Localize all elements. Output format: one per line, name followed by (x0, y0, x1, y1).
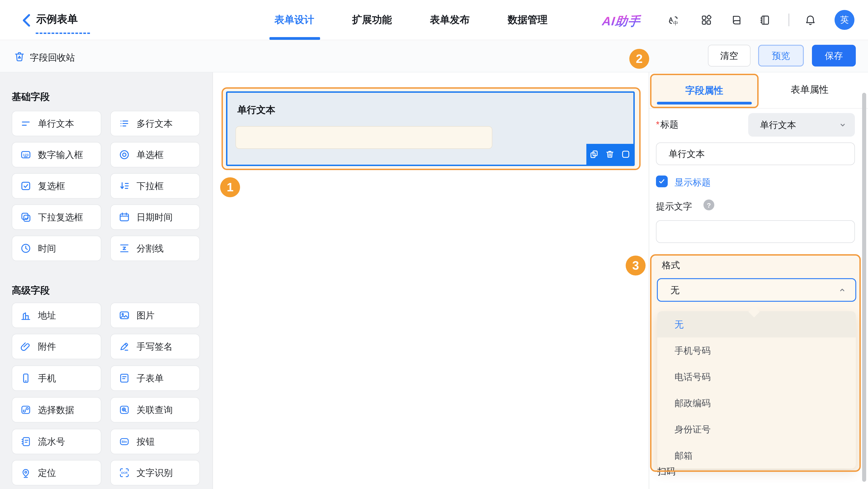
field-item-label: 按钮 (136, 435, 155, 448)
apps-grid-icon[interactable] (700, 14, 712, 26)
help-icon[interactable]: ? (704, 200, 714, 210)
format-option-none[interactable]: 无 (657, 311, 856, 338)
title-type-select[interactable]: 单行文本 (748, 113, 855, 137)
phone-icon (20, 372, 32, 384)
delete-field-icon[interactable] (605, 149, 615, 159)
selected-field-title: 单行文本 (237, 104, 275, 116)
tab-field-properties[interactable]: 字段属性 (650, 74, 758, 108)
chevron-up-icon (837, 285, 847, 295)
svg-text:123: 123 (23, 153, 29, 157)
user-avatar[interactable]: 英 (835, 10, 855, 30)
field-item-datetime[interactable]: 日期时间 (110, 204, 200, 230)
field-item-checkbox[interactable]: 复选框 (12, 173, 101, 199)
field-item-location[interactable]: 定位 (12, 460, 101, 485)
field-item-label: 多行文本 (136, 117, 173, 130)
field-item-label: 手写签名 (136, 340, 173, 353)
field-item-multi-line-text[interactable]: 多行文本 (110, 111, 200, 136)
form-designer-app: 示例表单 表单设计 扩展功能 表单发布 数据管理 AI助手 A 中 (0, 0, 868, 489)
attachment-icon (20, 341, 32, 352)
field-item-phone[interactable]: 手机 (12, 366, 101, 391)
field-item-label: 日期时间 (136, 211, 173, 223)
signature-icon (119, 341, 130, 352)
selected-field-input[interactable] (236, 126, 492, 149)
show-title-checkbox[interactable] (656, 175, 668, 187)
field-item-serial-number[interactable]: 流水号 (12, 429, 101, 454)
recycle-bin-label[interactable]: 字段回收站 (30, 52, 75, 64)
tab-form-publish[interactable]: 表单发布 (430, 13, 470, 27)
form-title[interactable]: 示例表单 (36, 12, 78, 26)
field-item-label: 手机 (38, 372, 56, 384)
field-item-label: 文字识别 (136, 467, 173, 479)
field-item-multi-dropdown[interactable]: 下拉复选框 (12, 204, 101, 230)
tab-extensions[interactable]: 扩展功能 (352, 13, 392, 27)
field-item-ocr[interactable]: OCR 文字识别 (110, 460, 200, 485)
copy-field-icon[interactable] (589, 149, 599, 159)
subform-icon (119, 372, 130, 384)
active-panel-tab-indicator (657, 102, 752, 105)
format-option-postcode[interactable]: 邮政编码 (657, 390, 856, 416)
hint-text-label: 提示文字 (656, 200, 692, 212)
clear-button[interactable]: 清空 (708, 45, 750, 66)
field-item-radio[interactable]: 单选框 (110, 142, 200, 167)
selected-field-single-line-text[interactable]: 单行文本 (226, 91, 635, 166)
save-button[interactable]: 保存 (812, 45, 856, 66)
dropdown-icon (119, 180, 130, 192)
field-item-label: 附件 (38, 340, 56, 353)
field-item-address[interactable]: 地址 (12, 303, 101, 328)
field-item-label: 子表单 (136, 372, 164, 384)
back-icon[interactable] (21, 13, 33, 27)
tab-form-design[interactable]: 表单设计 (274, 13, 314, 27)
annotation-badge-2: 2 (629, 49, 649, 69)
tab-data-management[interactable]: 数据管理 (508, 13, 548, 27)
field-item-single-line-text[interactable]: 单行文本 (12, 111, 101, 136)
title-value-text: 单行文本 (669, 148, 705, 160)
docs-book-icon[interactable] (731, 14, 743, 26)
format-option-mobile[interactable]: 手机号码 (657, 338, 856, 364)
serial-number-icon (20, 436, 32, 448)
field-item-time[interactable]: 时间 (12, 236, 101, 261)
annotation-badge-3: 3 (626, 256, 646, 276)
manual-notebook-icon[interactable] (758, 14, 771, 26)
field-item-attachment[interactable]: 附件 (12, 334, 101, 359)
translate-icon[interactable]: A 中 (667, 14, 680, 26)
field-item-label: 时间 (38, 242, 56, 255)
field-item-label: 单行文本 (38, 117, 74, 130)
field-item-subform[interactable]: 子表单 (110, 366, 200, 391)
scan-code-label: 扫码 (657, 465, 675, 478)
preview-button[interactable]: 预览 (758, 45, 804, 66)
format-option-email[interactable]: 邮箱 (657, 442, 856, 469)
format-select[interactable]: 无 (657, 278, 856, 302)
app-header: 示例表单 表单设计 扩展功能 表单发布 数据管理 AI助手 A 中 (0, 0, 868, 40)
time-icon (20, 242, 32, 254)
field-item-select-data[interactable]: 选择数据 (12, 397, 101, 423)
checkbox-icon (20, 180, 32, 192)
field-item-image[interactable]: 图片 (110, 303, 200, 328)
notification-bell-icon[interactable] (804, 14, 816, 26)
panel-scrollbar[interactable] (862, 93, 866, 482)
field-item-label: 复选框 (38, 180, 65, 192)
number-input-icon: 123 (20, 149, 32, 161)
field-item-dropdown[interactable]: 下拉框 (110, 173, 200, 199)
field-item-button[interactable]: Btn 按钮 (110, 429, 200, 454)
title-value-input[interactable]: 单行文本 (656, 143, 855, 165)
button-icon: Btn (119, 436, 130, 448)
field-item-number-input[interactable]: 123 数字输入框 (12, 142, 101, 167)
ai-assistant-logo[interactable]: AI助手 (601, 13, 642, 29)
select-field-icon[interactable] (621, 149, 631, 159)
hint-text-input[interactable] (656, 220, 855, 243)
header-divider (788, 13, 789, 26)
address-icon (20, 309, 32, 321)
format-select-value: 无 (671, 284, 680, 296)
format-option-telephone[interactable]: 电话号码 (657, 364, 856, 390)
field-item-label: 下拉复选框 (38, 211, 83, 223)
format-option-id-number[interactable]: 身份证号 (657, 416, 856, 442)
show-title-label[interactable]: 显示标题 (675, 176, 711, 189)
field-item-divider[interactable]: 分割线 (110, 236, 200, 261)
chevron-down-icon (838, 120, 848, 130)
tab-form-properties[interactable]: 表单属性 (780, 73, 839, 107)
location-icon (20, 467, 32, 479)
field-item-related-query[interactable]: 关联查询 (110, 397, 200, 423)
recycle-bin-icon[interactable] (13, 51, 25, 62)
field-item-signature[interactable]: 手写签名 (110, 334, 200, 359)
properties-tabs: 字段属性 表单属性 (649, 73, 868, 109)
